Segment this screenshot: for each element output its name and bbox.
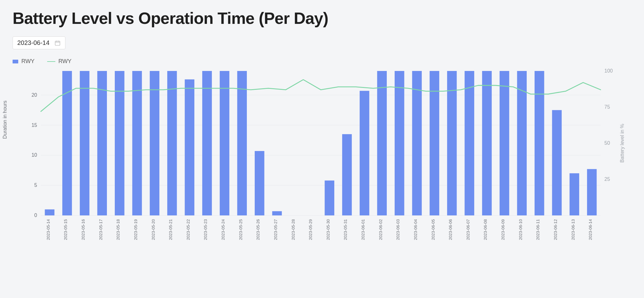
svg-text:100: 100 (604, 68, 613, 73)
x-tick-label: 2023-06-04 (413, 219, 418, 240)
x-tick-label: 2023-06-02 (378, 219, 383, 240)
legend-swatch-line (47, 61, 55, 62)
dashboard-panel: Battery Level vs Operation Time (Per Day… (0, 0, 644, 251)
svg-text:5: 5 (34, 182, 37, 188)
bar (167, 71, 177, 215)
bar (360, 91, 369, 215)
chart-legend: RWY RWY (13, 58, 631, 65)
bar (517, 71, 527, 215)
calendar-icon (54, 40, 61, 46)
x-tick-label: 2023-05-30 (326, 219, 330, 240)
chart-title: Battery Level vs Operation Time (Per Day… (13, 9, 631, 28)
svg-text:15: 15 (31, 122, 37, 128)
x-tick-label: 2023-05-20 (151, 219, 156, 240)
bar (132, 71, 142, 215)
bar (220, 71, 230, 215)
bar (500, 71, 509, 215)
date-picker-value: 2023-06-14 (17, 39, 49, 46)
x-tick-label: 2023-05-27 (273, 219, 278, 240)
bar (237, 71, 247, 215)
bar (255, 151, 264, 215)
x-tick-label: 2023-06-12 (553, 219, 558, 240)
x-tick-label: 2023-05-21 (168, 219, 173, 240)
x-tick-label: 2023-05-16 (81, 219, 86, 240)
bar (45, 209, 55, 215)
battery-line (41, 80, 601, 111)
x-tick-label: 2023-05-14 (46, 219, 51, 240)
chart-svg: 051015202550751002023-05-142023-05-15202… (13, 68, 629, 244)
x-tick-label: 2023-06-05 (431, 219, 436, 240)
y-axis-left-label: Duration in hours (2, 100, 8, 139)
x-tick-label: 2023-05-23 (203, 219, 208, 240)
x-tick-label: 2023-06-13 (571, 219, 575, 240)
svg-text:20: 20 (31, 92, 37, 98)
x-tick-label: 2023-05-22 (186, 219, 191, 240)
legend-item-line[interactable]: RWY (47, 58, 72, 65)
svg-text:25: 25 (604, 176, 610, 182)
x-tick-label: 2023-06-08 (483, 219, 488, 240)
bar (535, 71, 544, 215)
svg-rect-0 (55, 41, 60, 45)
x-tick-label: 2023-06-14 (588, 219, 593, 240)
chart-area: 051015202550751002023-05-142023-05-15202… (13, 68, 629, 244)
x-tick-label: 2023-05-24 (221, 219, 225, 240)
x-tick-label: 2023-06-01 (361, 219, 365, 240)
bar (97, 71, 107, 215)
x-tick-label: 2023-05-28 (291, 219, 296, 240)
x-tick-label: 2023-05-29 (308, 219, 313, 240)
bar (185, 79, 195, 215)
legend-item-bar[interactable]: RWY (13, 58, 35, 65)
bar (272, 211, 282, 215)
x-tick-label: 2023-05-18 (116, 219, 120, 240)
bar (447, 71, 457, 215)
x-tick-label: 2023-06-10 (518, 219, 523, 240)
bar (325, 181, 335, 215)
x-tick-label: 2023-05-31 (343, 219, 348, 240)
x-tick-label: 2023-05-25 (238, 219, 243, 240)
bar (412, 71, 422, 215)
bar (115, 71, 125, 215)
bar (430, 71, 439, 215)
x-tick-label: 2023-05-17 (98, 219, 103, 240)
legend-label-line: RWY (58, 58, 72, 65)
x-tick-label: 2023-06-11 (536, 219, 540, 240)
bar (465, 71, 475, 215)
bar (202, 71, 212, 215)
svg-text:0: 0 (34, 213, 37, 218)
bar (552, 110, 562, 215)
x-tick-label: 2023-06-06 (448, 219, 453, 240)
bar (80, 71, 90, 215)
date-picker[interactable]: 2023-06-14 (13, 36, 65, 49)
x-tick-label: 2023-05-26 (256, 219, 260, 240)
legend-swatch-bar (13, 60, 18, 63)
bar (569, 173, 579, 215)
y-axis-right-label: Battery level in % (619, 124, 625, 163)
legend-label-bar: RWY (21, 58, 35, 65)
bar (377, 71, 387, 215)
x-tick-label: 2023-05-19 (133, 219, 138, 240)
svg-text:75: 75 (604, 104, 610, 110)
bar (587, 169, 597, 215)
x-tick-label: 2023-06-03 (396, 219, 400, 240)
svg-text:50: 50 (604, 140, 610, 146)
x-tick-label: 2023-06-09 (501, 219, 505, 240)
x-tick-label: 2023-06-07 (466, 219, 470, 240)
bar (150, 71, 159, 215)
svg-text:10: 10 (31, 152, 37, 158)
bar (482, 71, 492, 215)
x-tick-label: 2023-05-15 (63, 219, 68, 240)
bar (342, 134, 352, 215)
bar (395, 71, 404, 215)
